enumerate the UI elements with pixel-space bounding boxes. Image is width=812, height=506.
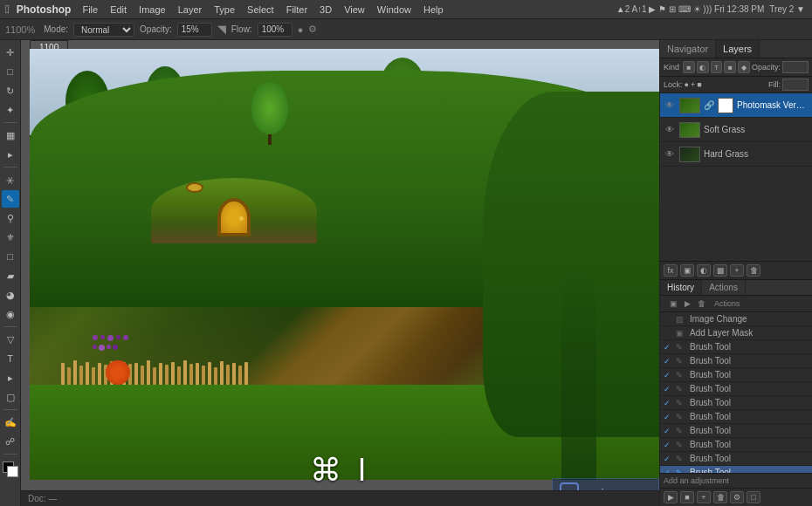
history-item-4[interactable]: ✓ ✎ Brush Tool bbox=[660, 368, 812, 382]
layer-item-softgrass[interactable]: 👁 Soft Grass bbox=[660, 118, 812, 142]
menu-file[interactable]: File bbox=[79, 4, 100, 15]
delete-layer-btn[interactable]: 🗑 bbox=[747, 264, 760, 277]
options-bar: 1100% Mode: Normal Opacity: ◥ Flow: ● ⚙ bbox=[0, 19, 812, 40]
history-item-8[interactable]: ✓ ✎ Brush Tool bbox=[660, 424, 812, 438]
history-label-8: Brush Tool bbox=[690, 426, 731, 435]
filter-type-btn[interactable]: T bbox=[711, 61, 723, 73]
filter-adjust-btn[interactable]: ◐ bbox=[697, 61, 709, 73]
canvas-image[interactable] bbox=[30, 49, 659, 480]
status-bar: Doc: — bbox=[21, 490, 659, 506]
menu-items: File Edit Image Layer Type Select Filter… bbox=[79, 4, 445, 15]
brush-tool[interactable]: ✎ bbox=[2, 190, 19, 208]
crop-tool[interactable]: ▦ bbox=[2, 126, 19, 144]
menu-help[interactable]: Help bbox=[421, 4, 446, 15]
eyedropper-tool[interactable]: ▸ bbox=[2, 146, 19, 163]
menu-view[interactable]: View bbox=[341, 4, 368, 15]
history-new-doc-btn[interactable]: ▶ bbox=[681, 297, 693, 310]
history-icon-4: ✎ bbox=[676, 371, 686, 380]
filter-shape-btn[interactable]: ■ bbox=[724, 61, 736, 73]
menu-window[interactable]: Window bbox=[375, 4, 414, 15]
fill-input[interactable] bbox=[782, 79, 809, 91]
history-item-2[interactable]: ✓ ✎ Brush Tool bbox=[660, 340, 812, 354]
history-action-2[interactable]: ■ bbox=[680, 491, 694, 503]
pen-tool[interactable]: ▽ bbox=[2, 331, 19, 348]
new-layer-btn[interactable]: + bbox=[730, 264, 744, 277]
layer-eye-softgrass[interactable]: 👁 bbox=[664, 124, 676, 136]
tab-layers[interactable]: Layers bbox=[716, 40, 760, 58]
history-delete-btn[interactable]: 🗑 bbox=[695, 297, 707, 310]
gradient-tool[interactable]: ▰ bbox=[2, 267, 19, 284]
kind-label: Kind bbox=[664, 63, 679, 72]
menu-3d[interactable]: 3D bbox=[317, 4, 334, 15]
move-tool[interactable]: ✛ bbox=[2, 44, 19, 61]
menu-layer[interactable]: Layer bbox=[175, 4, 205, 15]
menu-edit[interactable]: Edit bbox=[107, 4, 129, 15]
menu-type[interactable]: Type bbox=[211, 4, 237, 15]
new-adjustment-btn[interactable]: ◐ bbox=[697, 264, 711, 277]
magic-wand-tool[interactable]: ✦ bbox=[2, 101, 19, 119]
layer-eye-hardgrass[interactable]: 👁 bbox=[664, 148, 676, 161]
opacity-input[interactable] bbox=[782, 61, 809, 73]
history-item-10[interactable]: ✓ ✎ Brush Tool bbox=[660, 452, 812, 466]
flow-input[interactable] bbox=[258, 23, 292, 37]
add-mask-btn[interactable]: ▣ bbox=[680, 264, 694, 277]
type-tool[interactable]: T bbox=[2, 350, 19, 367]
filter-smart-btn[interactable]: ◆ bbox=[738, 61, 750, 73]
toolbar-separator-2 bbox=[3, 167, 17, 168]
menu-image[interactable]: Image bbox=[136, 4, 169, 15]
color-swatches[interactable] bbox=[3, 462, 18, 477]
history-item-7[interactable]: ✓ ✎ Brush Tool bbox=[660, 410, 812, 424]
history-snapshot-btn[interactable]: ▣ bbox=[667, 297, 679, 310]
history-label-4: Brush Tool bbox=[690, 370, 731, 380]
hand-tool[interactable]: ✍ bbox=[2, 414, 19, 431]
blur-tool[interactable]: ◕ bbox=[2, 286, 19, 304]
new-group-btn[interactable]: ▩ bbox=[713, 264, 727, 277]
history-check-5: ✓ bbox=[664, 385, 672, 393]
history-check-2: ✓ bbox=[664, 343, 672, 352]
history-action-3[interactable]: + bbox=[697, 491, 711, 503]
tab-navigator[interactable]: Navigator bbox=[660, 40, 716, 58]
opacity-input[interactable] bbox=[177, 23, 212, 37]
history-item-0[interactable]: ▧ Image Change bbox=[660, 312, 812, 326]
history-item-5[interactable]: ✓ ✎ Brush Tool bbox=[660, 382, 812, 396]
history-action-5[interactable]: ⚙ bbox=[730, 491, 744, 503]
layer-eye-photomask[interactable]: 👁 bbox=[664, 99, 676, 112]
menu-select[interactable]: Select bbox=[244, 4, 277, 15]
history-item-9[interactable]: ✓ ✎ Brush Tool bbox=[660, 438, 812, 452]
lock-position-icon[interactable]: + bbox=[691, 80, 695, 89]
spot-healing-tool[interactable]: ⚹ bbox=[2, 171, 19, 188]
apple-logo-icon[interactable]:  bbox=[5, 3, 10, 16]
add-layer-style-btn[interactable]: fx bbox=[664, 264, 678, 277]
shape-tool[interactable]: ▢ bbox=[2, 388, 19, 406]
zoom-tool[interactable]: ☍ bbox=[2, 433, 19, 450]
layer-item-photomask[interactable]: 👁 🔗 Photomask Version bbox=[660, 93, 812, 118]
hobbit-hole bbox=[169, 169, 299, 243]
tree-center bbox=[250, 71, 289, 145]
history-action-4[interactable]: 🗑 bbox=[713, 491, 727, 503]
layer-item-hardgrass[interactable]: 👁 Hard Grass bbox=[660, 142, 812, 167]
tab-history[interactable]: History bbox=[660, 280, 702, 295]
background-color[interactable] bbox=[7, 466, 18, 477]
history-action-6[interactable]: □ bbox=[747, 491, 760, 503]
history-icon-0: ▧ bbox=[676, 315, 686, 324]
dodge-tool[interactable]: ◉ bbox=[2, 305, 19, 323]
lasso-tool[interactable]: ↻ bbox=[2, 82, 19, 99]
airbrush-icon: ● bbox=[298, 24, 304, 35]
history-item-1[interactable]: ▣ Add Layer Mask bbox=[660, 326, 812, 340]
path-selection-tool[interactable]: ▸ bbox=[2, 369, 19, 386]
history-label-5: Brush Tool bbox=[690, 384, 731, 393]
tab-actions[interactable]: Actions bbox=[702, 280, 746, 295]
eraser-tool[interactable]: □ bbox=[2, 248, 19, 265]
lock-all-icon[interactable]: ■ bbox=[697, 80, 701, 89]
lock-pixels-icon[interactable]: ● bbox=[685, 80, 689, 89]
history-brush-tool[interactable]: ⚜ bbox=[2, 229, 19, 246]
history-item-3[interactable]: ✓ ✎ Brush Tool bbox=[660, 354, 812, 368]
mode-select[interactable]: Normal bbox=[73, 23, 134, 37]
marquee-tool[interactable]: □ bbox=[2, 63, 19, 80]
history-item-6[interactable]: ✓ ✎ Brush Tool bbox=[660, 396, 812, 410]
history-item-11[interactable]: ✓ ✎ Brush Tool bbox=[660, 466, 812, 473]
history-action-1[interactable]: ▶ bbox=[664, 491, 678, 503]
filter-pixeltype-btn[interactable]: ■ bbox=[683, 61, 695, 73]
clone-stamp-tool[interactable]: ⚲ bbox=[2, 209, 19, 227]
menu-filter[interactable]: Filter bbox=[284, 4, 310, 15]
